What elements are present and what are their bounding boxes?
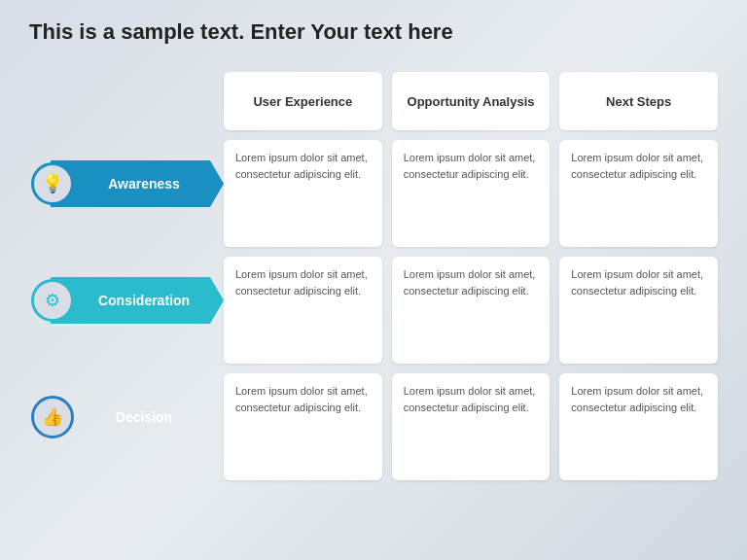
row-decision: 👍 Decision — [29, 364, 224, 471]
decision-cell-2: Lorem ipsum dolor sit amet, consectetur … — [392, 373, 551, 480]
grid-row-consideration: Lorem ipsum dolor sit amet, consectetur … — [224, 257, 718, 364]
awareness-icon: 💡 — [31, 162, 74, 205]
slide-title: This is a sample text. Enter Your text h… — [29, 19, 718, 52]
grid-header-row: User Experience Opportunity Analysis Nex… — [224, 72, 718, 130]
decision-cell-3: Lorem ipsum dolor sit amet, consectetur … — [559, 373, 718, 480]
consideration-icon: ⚙ — [31, 279, 74, 322]
consideration-label: Consideration — [51, 277, 224, 324]
consideration-cell-3: Lorem ipsum dolor sit amet, consectetur … — [559, 257, 718, 364]
header-col2: Opportunity Analysis — [392, 72, 551, 130]
decision-icon: 👍 — [31, 396, 74, 438]
consideration-cell-1: Lorem ipsum dolor sit amet, consectetur … — [224, 257, 382, 364]
decision-label: Decision — [51, 394, 224, 440]
awareness-label: Awareness — [51, 160, 224, 207]
grid-rows-area: Lorem ipsum dolor sit amet, consectetur … — [224, 140, 718, 541]
awareness-cell-1: Lorem ipsum dolor sit amet, consectetur … — [224, 140, 382, 247]
slide: This is a sample text. Enter Your text h… — [0, 0, 747, 560]
row-awareness: 💡 Awareness — [29, 130, 224, 237]
awareness-cell-3: Lorem ipsum dolor sit amet, consectetur … — [559, 140, 718, 247]
awareness-cell-2: Lorem ipsum dolor sit amet, consectetur … — [392, 140, 551, 247]
grid-row-decision: Lorem ipsum dolor sit amet, consectetur … — [224, 373, 718, 480]
labels-column: 💡 Awareness ⚙ Consideration 👍 Decision — [29, 72, 224, 541]
grid-column: User Experience Opportunity Analysis Nex… — [224, 72, 718, 541]
header-col1: User Experience — [224, 72, 382, 130]
row-consideration: ⚙ Consideration — [29, 247, 224, 354]
header-col3: Next Steps — [559, 72, 718, 130]
decision-cell-1: Lorem ipsum dolor sit amet, consectetur … — [224, 373, 382, 480]
consideration-cell-2: Lorem ipsum dolor sit amet, consectetur … — [392, 257, 551, 364]
grid-row-awareness: Lorem ipsum dolor sit amet, consectetur … — [224, 140, 718, 247]
content-area: 💡 Awareness ⚙ Consideration 👍 Decision U… — [29, 72, 718, 541]
